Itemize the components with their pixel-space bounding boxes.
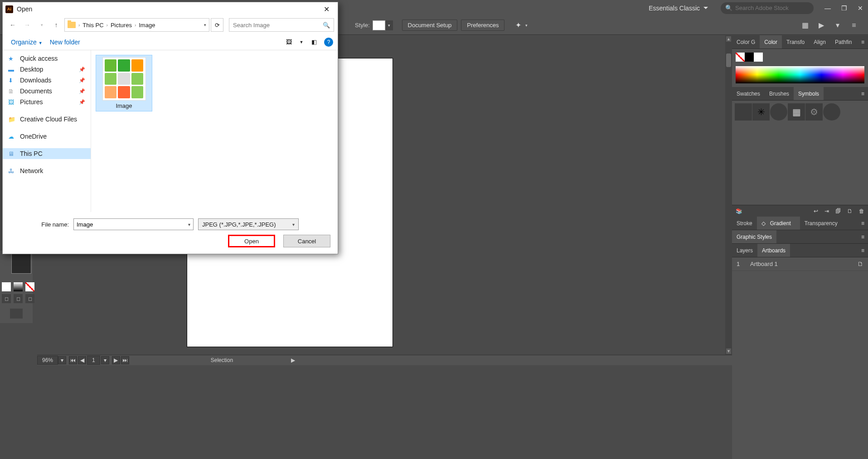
tree-quick-access[interactable]: ★Quick access xyxy=(3,53,91,64)
nav-recent-dropdown[interactable]: ▾ xyxy=(35,19,48,31)
symbol-item[interactable]: ▦ xyxy=(788,103,805,121)
file-list[interactable]: Image xyxy=(91,50,338,212)
fill-stroke-indicator[interactable] xyxy=(11,254,31,274)
zoom-dropdown[interactable]: ▾ xyxy=(58,356,66,364)
tree-onedrive[interactable]: ☁OneDrive xyxy=(3,131,91,142)
dialog-close-button[interactable]: ✕ xyxy=(318,2,335,16)
restore-button[interactable]: ❐ xyxy=(840,4,848,12)
tab-pathfinder[interactable]: Pathfin xyxy=(830,35,856,48)
stroke-black-swatch[interactable] xyxy=(745,53,754,62)
artboard-dropdown[interactable]: ▾ xyxy=(101,356,109,364)
none-mode-button[interactable] xyxy=(25,282,34,291)
file-item[interactable]: Image xyxy=(96,55,152,111)
color-mode-button[interactable] xyxy=(2,282,11,291)
dialog-titlebar[interactable]: Ai Open ✕ xyxy=(3,2,338,16)
color-panel-menu-icon[interactable]: ≡ xyxy=(858,35,868,48)
filetype-select[interactable]: JPEG (*.JPG,*.JPE,*.JPEG) ▾ xyxy=(198,218,299,230)
tree-creative-cloud[interactable]: 📁Creative Cloud Files xyxy=(3,114,91,125)
nav-back-button[interactable]: ← xyxy=(6,19,19,31)
search-input[interactable] xyxy=(233,22,323,29)
style-swatch[interactable] xyxy=(373,20,385,30)
arrange-documents-icon[interactable]: ▦ xyxy=(800,20,810,30)
search-stock-field[interactable]: 🔍 xyxy=(721,2,814,14)
search-field[interactable]: 🔍 xyxy=(229,18,334,32)
draw-inside-button[interactable]: ◻ xyxy=(25,294,34,303)
tab-color[interactable]: Color xyxy=(760,35,782,48)
prev-artboard-button[interactable]: ◀ xyxy=(78,356,86,364)
breadcrumb-item[interactable]: Pictures xyxy=(109,21,134,29)
breadcrumb-item[interactable]: Image xyxy=(137,21,157,29)
refresh-button[interactable]: ⟳ xyxy=(211,18,223,32)
filename-dropdown[interactable]: ▾ xyxy=(188,222,190,227)
nav-up-button[interactable]: ↑ xyxy=(50,19,63,31)
breadcrumb-item[interactable]: This PC xyxy=(81,21,105,29)
tab-stroke[interactable]: Stroke xyxy=(732,217,757,230)
place-symbol-icon[interactable]: ↩ xyxy=(814,208,818,214)
organize-button[interactable]: Organize▼ xyxy=(7,37,46,48)
view-mode-button[interactable]: 🖼 xyxy=(282,39,295,45)
tab-artboards[interactable]: Artboards xyxy=(757,244,790,257)
last-artboard-button[interactable]: ⏭ xyxy=(121,356,129,364)
fill-none-swatch[interactable] xyxy=(736,53,745,62)
search-stock-input[interactable] xyxy=(735,5,809,11)
help-icon[interactable]: ? xyxy=(324,38,333,47)
snap-dropdown[interactable]: ▾ xyxy=(525,23,528,28)
tab-color-guide[interactable]: Color G xyxy=(732,35,760,48)
vertical-scrollbar[interactable]: ▲ ▼ xyxy=(725,35,732,355)
address-dropdown[interactable]: ▾ xyxy=(204,23,206,27)
new-folder-button[interactable]: New folder xyxy=(46,37,84,48)
filename-input[interactable] xyxy=(77,221,188,228)
draw-behind-button[interactable]: ◻ xyxy=(14,294,23,303)
filename-combobox[interactable]: ▾ xyxy=(73,218,194,230)
tab-graphic-styles[interactable]: Graphic Styles xyxy=(732,230,776,243)
minimize-button[interactable]: — xyxy=(824,4,832,12)
symbol-item[interactable] xyxy=(735,103,752,121)
chevron-right-icon[interactable]: › xyxy=(107,23,108,28)
tree-network[interactable]: 🖧Network xyxy=(3,165,91,176)
zoom-field[interactable]: 96% xyxy=(37,356,58,365)
tab-swatches[interactable]: Swatches xyxy=(732,87,765,100)
tree-downloads[interactable]: ⬇Downloads📌 xyxy=(3,75,91,86)
scroll-thumb[interactable] xyxy=(726,53,731,67)
preview-pane-button[interactable]: ◧ xyxy=(308,39,320,45)
panel-menu-icon[interactable]: ≡ xyxy=(849,20,859,30)
tree-documents[interactable]: 🗎Documents📌 xyxy=(3,86,91,97)
chevron-right-icon[interactable]: › xyxy=(78,23,80,28)
gs-panel-menu-icon[interactable]: ≡ xyxy=(858,230,868,243)
white-swatch[interactable] xyxy=(754,53,763,62)
tab-transparency[interactable]: Transparency xyxy=(800,217,842,230)
next-artboard-button[interactable]: ▶ xyxy=(112,356,120,364)
view-mode-dropdown[interactable]: ▼ xyxy=(295,40,308,44)
symbol-item[interactable] xyxy=(823,103,840,121)
document-setup-button[interactable]: Document Setup xyxy=(402,19,458,31)
address-bar[interactable]: › This PC › Pictures › Image ▾ xyxy=(64,18,209,32)
cancel-button[interactable]: Cancel xyxy=(283,235,330,247)
tab-layers[interactable]: Layers xyxy=(732,244,757,257)
artboard-number[interactable]: 1 xyxy=(87,356,100,365)
nav-forward-button[interactable]: → xyxy=(21,19,34,31)
delete-symbol-icon[interactable]: 🗑 xyxy=(859,208,864,214)
close-app-button[interactable]: ✕ xyxy=(856,4,864,12)
gradient-panel-menu-icon[interactable]: ≡ xyxy=(858,217,868,230)
tree-desktop[interactable]: ▬Desktop📌 xyxy=(3,64,91,75)
scroll-up-arrow[interactable]: ▲ xyxy=(726,36,731,42)
symbol-options-icon[interactable]: 🗐 xyxy=(835,208,841,214)
snap-to-icon[interactable]: ✦ xyxy=(513,20,524,31)
symbol-item[interactable]: ⚙ xyxy=(805,103,823,121)
break-link-icon[interactable]: ⇥ xyxy=(824,208,829,214)
artboards-panel-menu-icon[interactable]: ≡ xyxy=(858,244,868,257)
tree-this-pc[interactable]: 🖥This PC xyxy=(3,148,91,159)
status-popup-arrow[interactable]: ▶ xyxy=(291,357,295,363)
new-symbol-icon[interactable]: 🗋 xyxy=(847,208,853,214)
tab-symbols[interactable]: Symbols xyxy=(794,87,824,100)
gpu-preview-icon[interactable]: ▶ xyxy=(816,20,826,30)
tab-transform[interactable]: Transfo xyxy=(782,35,809,48)
style-dropdown[interactable]: ▾ xyxy=(386,20,393,30)
tab-align[interactable]: Align xyxy=(809,35,830,48)
artboard-options-icon[interactable]: 🗋 xyxy=(858,261,863,267)
gradient-mode-button[interactable] xyxy=(14,282,23,291)
chevron-right-icon[interactable]: › xyxy=(135,23,136,28)
search-icon[interactable]: 🔍 xyxy=(323,22,330,29)
symbol-item[interactable]: ✳ xyxy=(752,103,770,121)
tree-pictures[interactable]: 🖼Pictures📌 xyxy=(3,97,91,107)
